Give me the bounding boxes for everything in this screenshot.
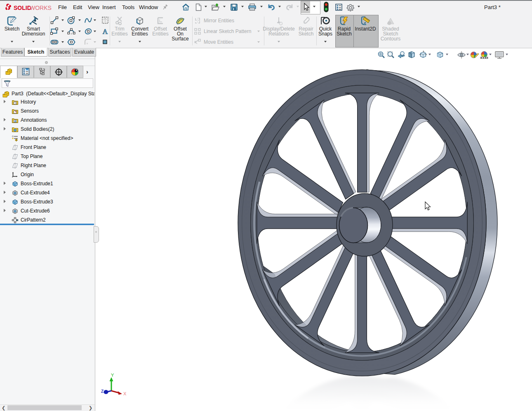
svg-text:A: A [14, 120, 16, 123]
svg-text:WORKS: WORKS [30, 5, 52, 11]
svg-text:Y: Y [111, 373, 114, 378]
svg-text:X: X [123, 391, 127, 396]
svg-text:Z: Z [101, 389, 104, 394]
svg-text:SOLID: SOLID [14, 5, 31, 11]
